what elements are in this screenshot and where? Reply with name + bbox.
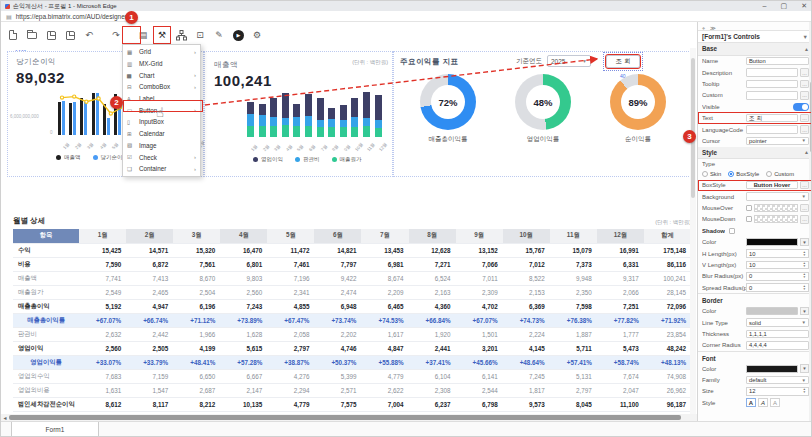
panel-header[interactable]: [Form1]'s Controls ▼ xyxy=(698,30,812,43)
undo-icon[interactable]: ↶ xyxy=(82,28,96,42)
mouseover-swatch[interactable] xyxy=(754,204,798,212)
menu-item-combobox[interactable]: ⊟ComboBox› xyxy=(123,81,200,93)
settings-icon[interactable]: ⚙ xyxy=(250,28,264,42)
dropdown-button[interactable]: ▼ xyxy=(800,364,809,373)
scroll-left-arrow[interactable]: ◄ xyxy=(1,415,9,421)
row-label: Color xyxy=(702,308,746,314)
visible-toggle[interactable] xyxy=(793,103,809,111)
dropdown-button[interactable]: ▼ xyxy=(800,307,809,316)
components-icon[interactable]: ⚒ xyxy=(155,28,169,42)
kpi1-title: 당기순이익 xyxy=(16,57,65,67)
spinner-arrows-icon[interactable]: ▲▼ xyxy=(803,388,806,394)
tooltip-input[interactable] xyxy=(746,80,798,89)
kpi-card-sales[interactable]: 매출액 100,241 (단위 : 백만원) 1월2월3월4월5월6월7월8월9… xyxy=(204,51,393,177)
ratio-section-title: 주요이익률 지표 xyxy=(400,57,459,67)
line type-select[interactable]: solid▼ xyxy=(746,318,809,327)
cursor-select[interactable]: pointer▼ xyxy=(746,137,809,146)
dataset-icon[interactable]: ▤ xyxy=(136,28,150,42)
blur-radius-px--spinner[interactable]: 0▲▼ xyxy=(746,272,809,281)
background-select[interactable]: ▼ xyxy=(746,192,809,201)
canvas-vertical-scrollbar[interactable] xyxy=(690,48,696,414)
radio-skin[interactable]: Skin xyxy=(702,171,721,177)
edit-icon[interactable]: ✎ xyxy=(212,28,226,42)
save-all-icon[interactable] xyxy=(63,28,77,42)
font-style-button-italic[interactable]: A xyxy=(758,398,768,407)
mousedown-swatch[interactable] xyxy=(754,215,798,223)
menu-item-label: Grid xyxy=(136,48,194,55)
thickness-input[interactable]: 1,1,1,1 xyxy=(746,330,809,339)
scrollbar-thumb[interactable] xyxy=(9,415,681,420)
form1-tab[interactable]: Form1 xyxy=(11,422,99,437)
mouseover-checkbox[interactable] xyxy=(746,205,752,211)
font-style-button-outline[interactable]: A xyxy=(770,398,780,407)
panel-section-base[interactable]: Base▲ xyxy=(698,43,812,56)
save-icon[interactable] xyxy=(44,28,58,42)
more-button[interactable]: … xyxy=(800,204,809,213)
more-button[interactable]: … xyxy=(800,68,809,77)
radio-boxstyle[interactable]: BoxStyle xyxy=(728,171,759,177)
url-bar[interactable]: ▤ https://epa.bimatrix.com/AUD/designer.… xyxy=(1,11,812,22)
mousedown-checkbox[interactable] xyxy=(746,216,752,222)
menu-item-grid[interactable]: ▦Grid› xyxy=(123,46,200,58)
font-style-button-bold[interactable]: A xyxy=(746,398,756,407)
menu-item-label: InputBox xyxy=(136,118,196,125)
menu-item-label: Button xyxy=(136,107,194,114)
donut-value: 89% xyxy=(621,85,655,119)
color-swatch[interactable] xyxy=(746,307,798,315)
v-length-px--spinner[interactable]: 10▲▼ xyxy=(746,261,809,270)
run-icon[interactable]: ▶ xyxy=(231,28,245,42)
family-select[interactable]: default▼ xyxy=(746,376,809,385)
languagecode-input[interactable] xyxy=(746,125,798,134)
more-button[interactable]: … xyxy=(800,91,809,100)
more-button[interactable]: … xyxy=(800,125,809,134)
text-input[interactable]: 조 회 xyxy=(746,114,798,123)
minimize-button[interactable]: – xyxy=(763,2,767,10)
new-file-icon[interactable] xyxy=(6,28,20,42)
monthly-detail-table[interactable]: 월별 상세 (단위 : 백만원) 항목1월2월3월4월5월6월7월8월9월10월… xyxy=(13,216,691,437)
panel-section-style[interactable]: Style▲ xyxy=(698,147,812,160)
more-button[interactable]: … xyxy=(800,80,809,89)
menu-item-image[interactable]: ▨Image xyxy=(123,140,200,152)
menu-item-container[interactable]: ❏Container› xyxy=(123,163,200,175)
size-spinner[interactable]: 12▲▼ xyxy=(746,387,809,396)
redo-icon[interactable]: ↷ xyxy=(109,28,123,42)
shadow-checkbox[interactable] xyxy=(729,228,735,234)
radio-custom[interactable]: Custom xyxy=(766,171,794,177)
panel-top-icons[interactable]: ⌖≫ xyxy=(698,22,812,30)
more-button[interactable]: … xyxy=(800,114,809,123)
menu-item-label[interactable]: ALabel xyxy=(123,93,200,105)
spinner-arrows-icon[interactable]: ▲▼ xyxy=(803,285,806,291)
h-length-px--spinner[interactable]: 10▲▼ xyxy=(746,249,809,258)
prop-row-languagecode: LanguageCode… xyxy=(698,124,812,135)
open-folder-icon[interactable] xyxy=(25,28,39,42)
menu-item-calendar[interactable]: ⊞Calendar xyxy=(123,128,200,140)
color-swatch[interactable] xyxy=(746,238,798,246)
more-button[interactable]: … xyxy=(800,215,809,224)
menu-item-chart[interactable]: ▅Chart› xyxy=(123,69,200,81)
spinner-arrows-icon[interactable]: ▲▼ xyxy=(803,273,806,279)
menu-item-check[interactable]: ☑Check› xyxy=(123,151,200,163)
name-input[interactable]: Button xyxy=(746,57,809,66)
spread-radius-px--spinner[interactable]: 0▲▼ xyxy=(746,283,809,292)
year-select[interactable]: 2025 ▼ xyxy=(547,55,591,67)
prop-row-shadow: Shadow xyxy=(698,225,812,236)
spinner-arrows-icon[interactable]: ▲▼ xyxy=(803,251,806,257)
dropdown-button[interactable]: ▼ xyxy=(800,238,809,247)
search-button[interactable]: 조 회 xyxy=(606,55,640,68)
restore-button[interactable]: ▢ xyxy=(781,2,788,10)
kpi2-stacked-bar xyxy=(293,104,300,137)
script-icon[interactable]: ⊡ xyxy=(193,28,207,42)
prop-row-cursor: Cursorpointer▼ xyxy=(698,135,812,146)
ratio-card[interactable]: 주요이익률 지표 기준연도 2025 ▼ 조 회 40 72%매출총이익률48%… xyxy=(393,51,691,177)
spinner-arrows-icon[interactable]: ▲▼ xyxy=(803,262,806,268)
menu-item-mx-grid[interactable]: ▥MX-Grid xyxy=(123,58,200,70)
horizontal-scrollbar[interactable]: ◄ xyxy=(1,414,697,421)
corner radius-input[interactable]: 4,4,4,4 xyxy=(746,341,809,350)
close-button[interactable]: ✕ xyxy=(801,2,807,10)
boxstyle-value[interactable]: Button Hover xyxy=(746,181,798,190)
hierarchy-icon[interactable] xyxy=(174,28,188,42)
custom-input[interactable] xyxy=(746,91,798,100)
color-swatch[interactable] xyxy=(746,365,798,373)
more-button[interactable]: … xyxy=(800,181,809,190)
description-input[interactable] xyxy=(746,68,798,77)
